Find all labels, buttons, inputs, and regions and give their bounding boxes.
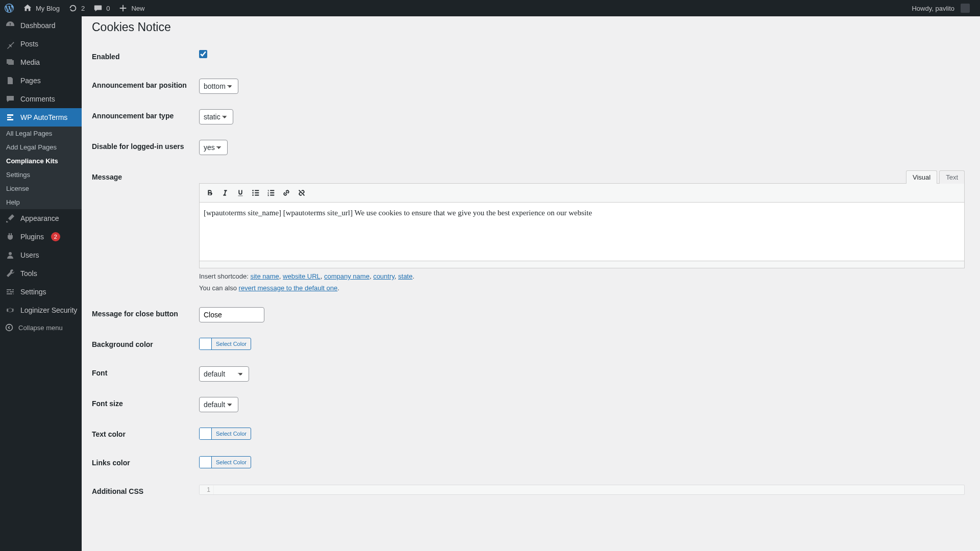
menu-users[interactable]: Users <box>0 246 82 264</box>
text-color-button[interactable]: Select Color <box>199 428 251 440</box>
comment-icon <box>93 3 103 13</box>
menu-appearance[interactable]: Appearance <box>0 209 82 228</box>
menu-loginizer[interactable]: Loginizer Security <box>0 301 82 319</box>
wrench-icon <box>5 268 15 279</box>
menu-posts[interactable]: Posts <box>0 35 82 53</box>
submenu-help[interactable]: Help <box>0 195 82 209</box>
comments-link[interactable]: 0 <box>89 0 114 16</box>
links-color-button[interactable]: Select Color <box>199 456 251 468</box>
sc-company[interactable]: company name <box>324 272 370 280</box>
home-icon <box>22 3 33 13</box>
avatar <box>961 4 970 13</box>
page-wrap: Cookies Notice Enabled Announcement bar … <box>82 16 980 526</box>
user-icon <box>5 250 15 260</box>
collapse-icon <box>5 323 13 332</box>
autoterms-icon <box>5 112 15 122</box>
menu-plugins[interactable]: Plugins 2 <box>0 228 82 246</box>
font-select[interactable]: default <box>199 366 249 382</box>
svg-point-1 <box>6 324 13 331</box>
howdy-text: Howdy, pavlito <box>912 5 954 12</box>
site-title: My Blog <box>36 5 60 12</box>
bar-type-select[interactable]: static <box>199 109 233 124</box>
css-body[interactable] <box>214 485 964 494</box>
settings-table: Enabled Announcement bar position bottom… <box>92 42 970 506</box>
new-link[interactable]: New <box>114 0 149 16</box>
editor-body[interactable]: [wpautoterms site_name] [wpautoterms sit… <box>199 203 965 261</box>
css-gutter: 1 <box>200 485 214 494</box>
media-icon <box>5 57 15 67</box>
updates-link[interactable]: 2 <box>64 0 89 16</box>
updates-count: 2 <box>81 5 85 12</box>
dashboard-icon <box>5 20 15 31</box>
label-bar-type: Announcement bar type <box>92 102 194 132</box>
admin-bar: My Blog 2 0 New Howdy, pavlito <box>0 0 980 16</box>
menu-autoterms[interactable]: WP AutoTerms <box>0 108 82 127</box>
account-link[interactable]: Howdy, pavlito <box>908 0 974 16</box>
svg-point-4 <box>252 194 254 196</box>
disable-logged-select[interactable]: yes <box>199 140 228 155</box>
submenu-compliance[interactable]: Compliance Kits <box>0 154 82 168</box>
label-disable-logged: Disable for logged-in users <box>92 132 194 163</box>
sc-country[interactable]: country <box>373 272 395 280</box>
submenu-all-legal[interactable]: All Legal Pages <box>0 127 82 140</box>
menu-pages[interactable]: Pages <box>0 71 82 90</box>
plus-icon <box>118 3 128 13</box>
admin-menu: Dashboard Posts Media Pages Comments WP … <box>0 16 82 526</box>
font-size-select[interactable]: default <box>199 397 238 412</box>
tab-text[interactable]: Text <box>939 170 965 184</box>
text-color-swatch <box>200 428 212 439</box>
refresh-icon <box>68 3 78 13</box>
label-bg-color: Background color <box>92 330 194 359</box>
unlink-button[interactable] <box>295 186 309 200</box>
bg-color-button[interactable]: Select Color <box>199 338 251 350</box>
wp-logo[interactable] <box>0 0 18 16</box>
submenu-add-legal[interactable]: Add Legal Pages <box>0 140 82 154</box>
label-close-msg: Message for close button <box>92 299 194 330</box>
submenu-autoterms: All Legal Pages Add Legal Pages Complian… <box>0 127 82 209</box>
shortcode-note: Insert shortcode: site name, website URL… <box>199 272 965 280</box>
enabled-checkbox[interactable] <box>199 50 207 58</box>
label-links-color: Links color <box>92 448 194 477</box>
collapse-menu[interactable]: Collapse menu <box>0 319 82 336</box>
sc-state[interactable]: state <box>398 272 412 280</box>
svg-point-3 <box>252 192 254 194</box>
page-icon <box>5 76 15 86</box>
gear-icon <box>5 305 15 315</box>
bar-position-select[interactable]: bottom <box>199 79 238 94</box>
bullet-list-button[interactable] <box>249 186 263 200</box>
brush-icon <box>5 213 15 223</box>
menu-comments[interactable]: Comments <box>0 90 82 108</box>
submenu-settings[interactable]: Settings <box>0 168 82 182</box>
close-message-input[interactable] <box>199 307 264 322</box>
bold-button[interactable] <box>203 186 217 200</box>
label-bar-position: Announcement bar position <box>92 71 194 102</box>
editor-toolbar <box>199 183 965 203</box>
label-font-size: Font size <box>92 389 194 420</box>
plugins-badge: 2 <box>51 232 60 241</box>
italic-button[interactable] <box>218 186 232 200</box>
menu-settings[interactable]: Settings <box>0 283 82 301</box>
label-additional-css: Additional CSS <box>92 477 194 506</box>
submenu-license[interactable]: License <box>0 182 82 195</box>
css-editor[interactable]: 1 <box>199 485 965 495</box>
revert-link[interactable]: revert message to the default one <box>239 284 338 292</box>
comments-icon <box>5 94 15 104</box>
sc-site-name[interactable]: site name <box>250 272 279 280</box>
svg-point-0 <box>9 252 12 255</box>
menu-tools[interactable]: Tools <box>0 264 82 283</box>
underline-button[interactable] <box>233 186 248 200</box>
plugin-icon <box>5 232 15 242</box>
menu-media[interactable]: Media <box>0 53 82 71</box>
label-font: Font <box>92 359 194 389</box>
tab-visual[interactable]: Visual <box>906 170 937 184</box>
site-link[interactable]: My Blog <box>18 0 64 16</box>
numbered-list-button[interactable] <box>264 186 278 200</box>
message-editor: Visual Text [wpautoterms site_name] [wpa… <box>199 170 965 268</box>
wordpress-icon <box>4 3 14 13</box>
sliders-icon <box>5 287 15 297</box>
link-button[interactable] <box>279 186 293 200</box>
comments-count: 0 <box>106 5 110 12</box>
menu-dashboard[interactable]: Dashboard <box>0 16 82 35</box>
sc-website-url[interactable]: website URL <box>283 272 321 280</box>
bg-color-swatch <box>200 338 212 349</box>
